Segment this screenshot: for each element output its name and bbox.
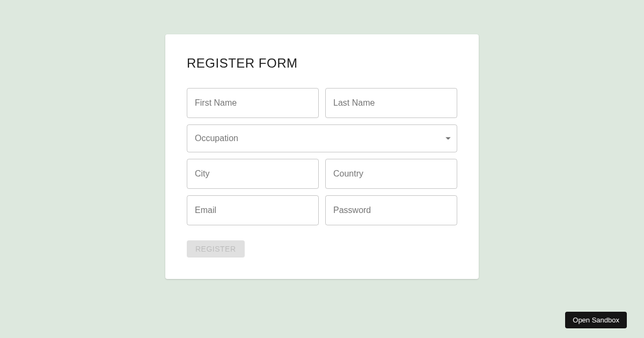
row-occupation: Occupation [187,124,457,152]
first-name-field[interactable] [187,88,319,118]
occupation-select[interactable]: Occupation [187,124,457,152]
row-credentials [187,195,457,225]
password-wrap [325,195,457,225]
city-wrap [187,159,319,189]
open-sandbox-button[interactable]: Open Sandbox [565,312,627,328]
country-field[interactable] [325,159,457,189]
register-button[interactable]: REGISTER [187,240,245,258]
occupation-wrap: Occupation [187,124,457,152]
first-name-wrap [187,88,319,118]
last-name-wrap [325,88,457,118]
last-name-field[interactable] [325,88,457,118]
row-location [187,159,457,189]
email-field[interactable] [187,195,319,225]
city-field[interactable] [187,159,319,189]
row-name [187,88,457,118]
password-field[interactable] [325,195,457,225]
form-title: REGISTER FORM [187,56,457,71]
email-wrap [187,195,319,225]
button-row: REGISTER [187,240,457,258]
register-form-card: REGISTER FORM Occupation [165,34,479,279]
country-wrap [325,159,457,189]
